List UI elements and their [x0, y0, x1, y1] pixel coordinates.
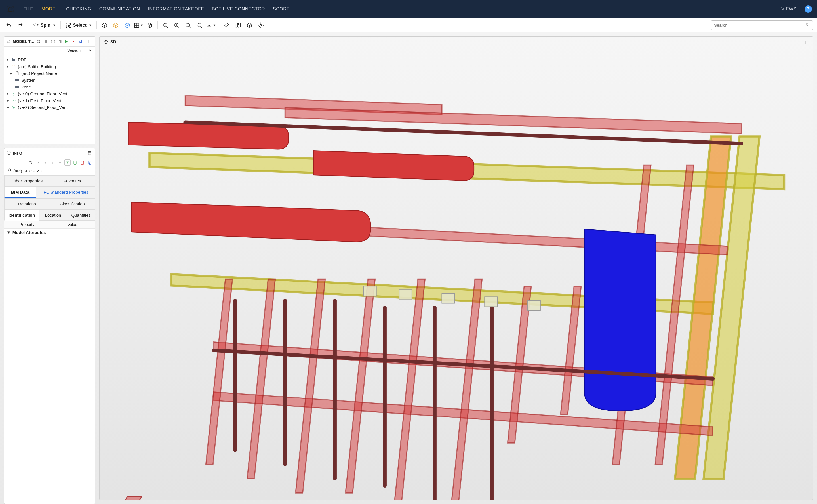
svg-rect-17: [88, 40, 91, 43]
home-icon: [7, 39, 11, 44]
tree-tool-2-icon[interactable]: [43, 38, 49, 45]
menu-information-takeoff[interactable]: INFORMATION TAKEOFF: [148, 7, 204, 12]
chevron-down-icon: ▼: [53, 24, 56, 27]
tab-location[interactable]: Location: [39, 210, 67, 221]
svg-rect-10: [38, 40, 39, 41]
zoom-reset-icon[interactable]: [161, 20, 170, 30]
zoom-in-icon[interactable]: [172, 20, 182, 30]
arc-icon: [11, 64, 16, 69]
nav-down2-disabled-icon: ▾: [57, 159, 63, 166]
tree-body[interactable]: ▶PDF▼(arc) Solibri Building▶(arc) Projec…: [4, 55, 95, 144]
svg-rect-41: [394, 279, 425, 500]
svg-point-9: [806, 23, 808, 26]
menu-bcf-live-connector[interactable]: BCF LIVE CONNECTOR: [212, 7, 265, 12]
tab-classification[interactable]: Classification: [50, 198, 95, 209]
svg-rect-53: [363, 286, 376, 296]
svg-rect-56: [485, 297, 498, 307]
zoom-out-icon[interactable]: [183, 20, 193, 30]
help-icon[interactable]: ?: [805, 5, 812, 13]
redo-button[interactable]: [15, 20, 25, 30]
menu-views[interactable]: VIEWS: [781, 7, 797, 12]
tree-row-label: (ve-2) Second_Floor_Vent: [18, 105, 68, 110]
tab-identification[interactable]: Identification: [4, 210, 39, 221]
layers-icon[interactable]: [245, 20, 254, 30]
clipboard-add-icon[interactable]: [72, 159, 78, 166]
tree-row[interactable]: ▶(ve-1) First_Floor_Vent: [4, 97, 95, 104]
plane-icon[interactable]: [222, 20, 231, 30]
menu-communication[interactable]: COMMUNICATION: [99, 7, 140, 12]
spin-button[interactable]: Spin ▼: [31, 20, 58, 30]
grid-view-icon[interactable]: ▼: [134, 20, 144, 30]
select-label: Select: [73, 23, 87, 28]
svg-rect-37: [206, 279, 233, 465]
tree-row[interactable]: ▼(arc) Solibri Building: [4, 63, 95, 70]
tree-row[interactable]: ▶PDF: [4, 56, 95, 63]
download-icon[interactable]: ▼: [206, 20, 216, 30]
folder-icon: [11, 57, 16, 62]
menu-score[interactable]: SCORE: [273, 7, 290, 12]
caret-icon: ▶: [6, 99, 9, 102]
tree-row[interactable]: ▶(ve-0) Ground_Floor_Vent: [4, 90, 95, 97]
select-button[interactable]: Select ▼: [64, 20, 94, 30]
nav-next-disabled-icon: ›: [50, 159, 56, 166]
clipboard-remove-icon[interactable]: [70, 38, 77, 45]
tab-favorites[interactable]: Favorites: [50, 175, 95, 186]
tab-quantities[interactable]: Quantities: [67, 210, 95, 221]
main-menubar: FILE MODEL CHECKING COMMUNICATION INFORM…: [0, 0, 817, 18]
tree-row[interactable]: ▶(ve-2) Second_Floor_Vent: [4, 104, 95, 111]
fan-icon: [11, 98, 16, 103]
tab-other-properties[interactable]: Other Properties: [4, 175, 50, 186]
sort-icon[interactable]: ⇅: [28, 159, 34, 166]
link-cubes-icon[interactable]: [64, 159, 71, 166]
tab-bim-data[interactable]: BIM Data: [4, 187, 36, 198]
tree-tool-3-icon[interactable]: [50, 38, 56, 45]
grid-section-model-attributes[interactable]: ▼ Model Attributes: [4, 228, 95, 236]
tab-ifc-standard-properties[interactable]: IFC Standard Properties: [36, 187, 95, 198]
clipboard-copy-icon[interactable]: [77, 38, 83, 45]
panel-title: MODEL T…: [13, 39, 35, 44]
clipboard-add-icon[interactable]: [64, 38, 70, 45]
svg-rect-40: [346, 279, 375, 493]
nav-down-disabled-icon: ▾: [42, 159, 49, 166]
settings-icon[interactable]: [256, 20, 266, 30]
maximize-panel-icon[interactable]: [87, 38, 93, 45]
tree-row-label: (ve-1) First_Floor_Vent: [18, 98, 61, 103]
cube-wire-blue-icon[interactable]: [122, 20, 132, 30]
maximize-panel-icon[interactable]: [87, 150, 93, 156]
svg-rect-54: [399, 290, 412, 300]
caret-icon: ▶: [9, 71, 13, 75]
clipboard-remove-icon[interactable]: [79, 159, 85, 166]
doc-icon: [14, 71, 20, 76]
caret-down-icon: ▼: [7, 230, 11, 235]
nav-prev-icon[interactable]: ‹: [35, 159, 41, 166]
selected-element-label: (arc) Stair.2.2.2: [13, 168, 43, 173]
tab-relations[interactable]: Relations: [4, 198, 50, 209]
cube-solid-icon[interactable]: [100, 20, 109, 30]
menu-model[interactable]: MODEL: [41, 7, 58, 12]
search-box[interactable]: [711, 20, 813, 30]
tree-row[interactable]: Zone: [4, 83, 95, 90]
svg-rect-55: [442, 293, 455, 303]
map-pin-icon[interactable]: [233, 20, 243, 30]
search-input[interactable]: [714, 23, 805, 28]
cube-wire-orange-icon[interactable]: [111, 20, 121, 30]
grid-header-value[interactable]: Value: [50, 221, 95, 228]
version-button[interactable]: Version: [64, 47, 84, 55]
tree-row[interactable]: System: [4, 77, 95, 83]
zoom-fit-icon[interactable]: [195, 20, 204, 30]
tree-tool-4-icon[interactable]: [57, 38, 63, 45]
tree-row[interactable]: ▶(arc) Project Name: [4, 70, 95, 77]
box-3d-icon[interactable]: [145, 20, 155, 30]
clipboard-copy-icon[interactable]: [87, 159, 93, 166]
3d-viewport[interactable]: 3D: [99, 36, 813, 500]
link-button[interactable]: [84, 47, 95, 55]
menu-checking[interactable]: CHECKING: [66, 7, 91, 12]
tree-tool-1-icon[interactable]: [36, 38, 43, 45]
undo-button[interactable]: [4, 20, 14, 30]
svg-rect-50: [122, 497, 142, 500]
menu-file[interactable]: FILE: [23, 7, 33, 12]
info-icon: [7, 151, 11, 156]
grid-header-property[interactable]: Property: [4, 221, 50, 228]
caret-icon: ▶: [6, 58, 9, 62]
svg-rect-11: [38, 42, 39, 43]
